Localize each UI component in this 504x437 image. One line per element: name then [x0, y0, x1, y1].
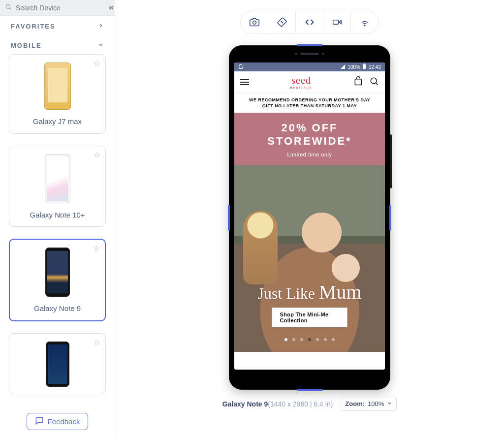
- resize-handle-top[interactable]: [297, 44, 322, 46]
- device-list: ☆ Galaxy J7 max ☆ Galaxy Note 10+ ☆ Gala…: [0, 54, 115, 394]
- device-thumbnail: [46, 342, 69, 387]
- resize-handle-left[interactable]: [228, 205, 230, 230]
- section-label: MOBILE: [11, 42, 42, 49]
- hero-headline: Just Like Mum: [234, 281, 385, 304]
- device-screen[interactable]: 100% 12:42 seed HERITAGE: [234, 62, 385, 370]
- carousel-dot[interactable]: [308, 338, 311, 341]
- carousel-dot[interactable]: [332, 338, 335, 341]
- search-icon: [5, 3, 12, 12]
- loading-spinner-icon: [238, 64, 244, 70]
- section-mobile[interactable]: MOBILE: [0, 35, 115, 54]
- favorite-star-icon[interactable]: ☆: [94, 338, 100, 347]
- resize-handle-right[interactable]: [389, 205, 391, 230]
- site-search-icon[interactable]: [369, 76, 379, 88]
- device-label: Galaxy Note 10+: [30, 210, 85, 220]
- hero-script-a: Just Like: [257, 284, 315, 302]
- promo-banner[interactable]: 20% OFF STOREWIDE* Limited time only: [234, 113, 385, 165]
- android-status-bar: 100% 12:42: [234, 62, 385, 71]
- svg-point-5: [252, 21, 256, 25]
- svg-rect-13: [355, 79, 361, 85]
- svg-marker-9: [339, 21, 341, 24]
- stage-info-bar: Galaxy Note 9(1440 x 2960 | 6.4 in) Zoom…: [222, 397, 397, 411]
- network-button[interactable]: [351, 11, 378, 33]
- svg-line-15: [376, 83, 378, 85]
- section-favorites[interactable]: FAVORITES: [0, 16, 115, 35]
- carousel-dot[interactable]: [324, 338, 327, 341]
- chevron-right-icon: [98, 23, 104, 30]
- svg-point-10: [364, 25, 365, 26]
- stage-device-name: Galaxy Note 9: [222, 400, 268, 408]
- next-section-peek: [234, 352, 385, 370]
- device-label: Galaxy J7 max: [33, 117, 82, 126]
- promo-line1: 20% OFF: [239, 122, 380, 134]
- device-sensors: [290, 53, 329, 56]
- battery-icon: [362, 63, 367, 70]
- screenshot-button[interactable]: [241, 11, 268, 33]
- clock-text: 12:42: [369, 64, 381, 70]
- brand-sub: HERITAGE: [290, 86, 313, 89]
- svg-line-1: [10, 8, 11, 10]
- favorite-star-icon[interactable]: ☆: [94, 59, 100, 68]
- device-thumbnail: [44, 62, 71, 110]
- carousel-dot[interactable]: [300, 338, 303, 341]
- rotate-button[interactable]: [268, 11, 296, 33]
- carousel-dot[interactable]: [292, 338, 295, 341]
- collapse-sidebar-button[interactable]: [107, 0, 115, 16]
- bag-icon[interactable]: [353, 76, 363, 88]
- preview-area: 100% 12:42 seed HERITAGE: [115, 0, 504, 437]
- menu-button[interactable]: [240, 79, 249, 85]
- feedback-button[interactable]: Feedback: [27, 413, 89, 430]
- record-button[interactable]: [323, 11, 351, 33]
- carousel-dot[interactable]: [316, 338, 319, 341]
- hero-image-child: [243, 211, 278, 284]
- device-label: Galaxy Note 9: [34, 304, 81, 313]
- hero-cta-button[interactable]: Shop The Mini-Me Collection: [272, 308, 347, 327]
- device-thumbnail: [45, 248, 70, 297]
- zoom-label: Zoom:: [345, 400, 365, 407]
- zoom-value: 100%: [368, 400, 384, 407]
- carousel-dot[interactable]: [284, 338, 287, 341]
- shipping-notice: WE RECOMMEND ORDERING YOUR MOTHER'S DAY …: [234, 93, 385, 113]
- chevron-down-icon: [387, 400, 392, 407]
- svg-point-0: [6, 4, 10, 8]
- device-card-galaxy-note-9[interactable]: ☆ Galaxy Note 9: [9, 239, 106, 321]
- device-card-galaxy-note-10[interactable]: ☆ Galaxy Note 10+: [9, 146, 106, 227]
- device-sidebar: FAVORITES MOBILE ☆ Galaxy J7 max ☆ Galax…: [0, 0, 115, 437]
- device-card-galaxy-j7-max[interactable]: ☆ Galaxy J7 max: [9, 54, 106, 134]
- chevron-down-icon: [98, 42, 104, 49]
- svg-rect-11: [363, 64, 366, 69]
- favorite-star-icon[interactable]: ☆: [94, 150, 100, 159]
- resize-handle-bottom[interactable]: [297, 389, 322, 391]
- hero-script-b: Mum: [319, 281, 362, 303]
- chat-icon: [35, 416, 44, 427]
- signal-icon: [340, 64, 346, 70]
- devtools-button[interactable]: [296, 11, 323, 33]
- device-stage: 100% 12:42 seed HERITAGE: [229, 45, 390, 390]
- brand-name: seed: [290, 75, 313, 86]
- device-frame: 100% 12:42 seed HERITAGE: [229, 45, 390, 390]
- svg-point-14: [371, 78, 377, 84]
- promo-line2: STOREWIDE*: [239, 135, 380, 148]
- zoom-selector[interactable]: Zoom: 100%: [341, 397, 397, 411]
- favorite-star-icon[interactable]: ☆: [93, 244, 100, 253]
- search-input[interactable]: [16, 4, 102, 12]
- site-header: seed HERITAGE: [234, 71, 385, 93]
- promo-sub: Limited time only: [239, 152, 380, 157]
- brand-logo[interactable]: seed HERITAGE: [290, 75, 313, 89]
- svg-rect-12: [364, 63, 365, 64]
- device-toolbar: [240, 11, 379, 33]
- feedback-label: Feedback: [48, 417, 80, 426]
- device-card-partial[interactable]: ☆: [9, 333, 106, 394]
- battery-text: 100%: [347, 64, 360, 70]
- stage-device-dims: (1440 x 2960 | 6.4 in): [268, 400, 333, 408]
- search-bar: [0, 0, 115, 16]
- svg-rect-8: [333, 20, 338, 24]
- device-thumbnail: [45, 154, 70, 203]
- svg-line-7: [281, 21, 283, 24]
- section-label: FAVORITES: [11, 23, 56, 30]
- hero-carousel[interactable]: Just Like Mum Shop The Mini-Me Collectio…: [234, 165, 385, 352]
- carousel-dots[interactable]: [234, 338, 385, 341]
